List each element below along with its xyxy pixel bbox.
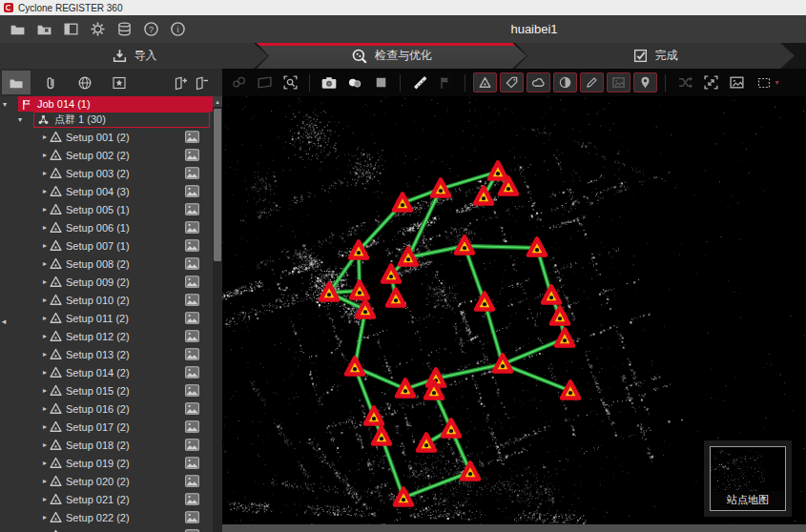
tree-setup-row[interactable]: ▸ Setup 006 (1) [0, 218, 213, 236]
expand-arrow[interactable]: ▸ [40, 133, 50, 141]
panels-button[interactable] [59, 18, 82, 41]
tree-setup-row[interactable]: ▸ Setup 015 (2) [0, 381, 213, 399]
storage-button[interactable] [113, 18, 135, 41]
sidebar-tab-scenes[interactable] [105, 71, 134, 94]
collapse-arrow[interactable]: ▾ [0, 100, 10, 109]
tree-setup-row[interactable]: ▸ Setup 018 (2) [0, 436, 213, 454]
expand-arrow[interactable]: ▸ [40, 296, 50, 304]
add-bundle-button[interactable] [171, 72, 190, 94]
tree-setup-row[interactable]: ▸ Setup 020 (2) [0, 472, 213, 490]
tree-setup-row[interactable]: ▸ Setup 021 (2) [0, 490, 213, 508]
expand-arrow[interactable]: ▸ [40, 241, 50, 250]
tree-setup-row[interactable]: ▸ Setup 002 (2) [0, 146, 213, 164]
remove-bundle-button[interactable] [192, 72, 211, 94]
image-thumbnail-icon[interactable] [185, 294, 199, 306]
collapse-arrow[interactable]: ▾ [15, 115, 25, 124]
image-thumbnail-icon[interactable] [185, 457, 199, 469]
geotags-visibility-toggle[interactable] [633, 72, 657, 92]
tree-scrollbar[interactable]: ▴ [213, 96, 222, 532]
settings-button[interactable] [86, 18, 109, 41]
about-button[interactable]: i [166, 18, 189, 41]
image-thumbnail-icon[interactable] [185, 511, 199, 523]
image-thumbnail-icon[interactable] [185, 493, 199, 505]
tree-setup-row[interactable]: ▸ Setup 009 (2) [0, 273, 213, 291]
measure-button[interactable] [408, 72, 431, 93]
image-thumbnail-icon[interactable] [185, 330, 199, 342]
image-view-button[interactable] [725, 72, 748, 93]
tab-import[interactable]: 导入 [0, 43, 268, 69]
tree-setup-row[interactable]: ▸ Setup 014 (2) [0, 363, 213, 381]
tree-setup-row[interactable]: ▸ Setup 023 (2) [0, 526, 213, 532]
expand-arrow[interactable]: ▸ [40, 314, 50, 322]
marquee-select-button[interactable]: ▾ [751, 72, 785, 93]
image-thumbnail-icon[interactable] [185, 203, 199, 215]
close-project-button[interactable] [32, 18, 55, 41]
color-mode-button[interactable] [343, 72, 366, 93]
tree-setup-row[interactable]: ▸ Setup 022 (2) [0, 508, 213, 526]
expand-arrow[interactable]: ▸ [40, 350, 50, 358]
image-thumbnail-icon[interactable] [185, 348, 199, 360]
expand-arrow[interactable]: ▸ [40, 332, 50, 340]
image-thumbnail-icon[interactable] [185, 185, 199, 197]
scrollbar-thumb[interactable] [214, 109, 221, 261]
tree-setup-row[interactable]: ▸ Setup 004 (3) [0, 182, 213, 200]
expand-arrow[interactable]: ▸ [40, 386, 50, 395]
coloring-toggle[interactable] [553, 72, 577, 92]
expand-arrow[interactable]: ▸ [40, 187, 50, 195]
tree-job-row[interactable]: ▾ Job 014 (1) [0, 96, 213, 112]
image-thumbnail-icon[interactable] [185, 312, 199, 324]
tab-finalize[interactable]: 完成 [515, 43, 795, 69]
tree-setup-row[interactable]: ▸ Setup 013 (2) [0, 345, 213, 363]
register-links-button[interactable] [227, 72, 250, 93]
tree-setup-row[interactable]: ▸ Setup 003 (2) [0, 164, 213, 182]
expand-arrow[interactable]: ▸ [40, 205, 50, 214]
expand-arrow[interactable]: ▸ [40, 368, 50, 377]
sidebar-tab-attachments[interactable] [36, 71, 65, 94]
zoom-region-button[interactable] [279, 72, 301, 93]
image-thumbnail-icon[interactable] [185, 131, 199, 143]
image-thumbnail-icon[interactable] [185, 276, 199, 288]
expand-arrow[interactable]: ▸ [40, 169, 50, 177]
tree-setup-row[interactable]: ▸ Setup 017 (2) [0, 418, 213, 436]
scroll-up-button[interactable]: ▴ [213, 96, 222, 107]
tree-cluster-row[interactable]: ▾ 点群 1 (30) [0, 112, 213, 128]
expand-arrow[interactable]: ▸ [40, 459, 50, 467]
image-thumbnail-icon[interactable] [185, 239, 199, 252]
help-button[interactable]: ? [139, 18, 162, 41]
open-project-button[interactable] [6, 18, 29, 41]
clouds-visibility-toggle[interactable] [527, 72, 550, 92]
tab-review-optimize[interactable]: 检查与优化 [257, 43, 527, 69]
expand-arrow[interactable]: ▸ [40, 495, 50, 503]
sidebar-tab-project[interactable] [2, 71, 31, 94]
tree-setup-row[interactable]: ▸ Setup 007 (1) [0, 236, 213, 255]
tree-setup-row[interactable]: ▸ Setup 010 (2) [0, 291, 213, 309]
image-thumbnail-icon[interactable] [185, 221, 199, 234]
expand-arrow[interactable]: ▸ [40, 477, 50, 485]
image-thumbnail-icon[interactable] [185, 420, 199, 433]
sidebar-collapse-handle[interactable]: ◂ [0, 310, 8, 333]
expand-arrow[interactable]: ▸ [40, 223, 50, 232]
setups-visibility-toggle[interactable] [473, 72, 497, 92]
expand-arrow[interactable]: ▸ [40, 513, 50, 522]
image-thumbnail-icon[interactable] [185, 257, 199, 270]
image-thumbnail-icon[interactable] [185, 366, 199, 379]
image-thumbnail-icon[interactable] [185, 439, 199, 451]
snapshot-button[interactable] [318, 72, 341, 93]
expand-bounds-button[interactable] [699, 72, 722, 93]
tree-setup-row[interactable]: ▸ Setup 008 (2) [0, 255, 213, 273]
image-thumbnail-icon[interactable] [185, 384, 199, 397]
tree-setup-row[interactable]: ▸ Setup 012 (2) [0, 327, 213, 345]
image-thumbnail-icon[interactable] [185, 402, 199, 415]
tree-setup-row[interactable]: ▸ Setup 001 (2) [0, 128, 213, 146]
images-visibility-toggle[interactable] [607, 72, 630, 92]
image-thumbnail-icon[interactable] [185, 149, 199, 161]
expand-arrow[interactable]: ▸ [40, 151, 50, 159]
labels-visibility-toggle[interactable] [500, 72, 524, 92]
flag-tool-button[interactable] [434, 72, 457, 93]
sidebar-tab-links[interactable] [71, 71, 99, 94]
image-thumbnail-icon[interactable] [185, 475, 199, 487]
tree-setup-row[interactable]: ▸ Setup 019 (2) [0, 454, 213, 472]
expand-arrow[interactable]: ▸ [40, 422, 50, 431]
markup-visibility-toggle[interactable] [580, 72, 604, 92]
expand-arrow[interactable]: ▸ [40, 259, 50, 268]
